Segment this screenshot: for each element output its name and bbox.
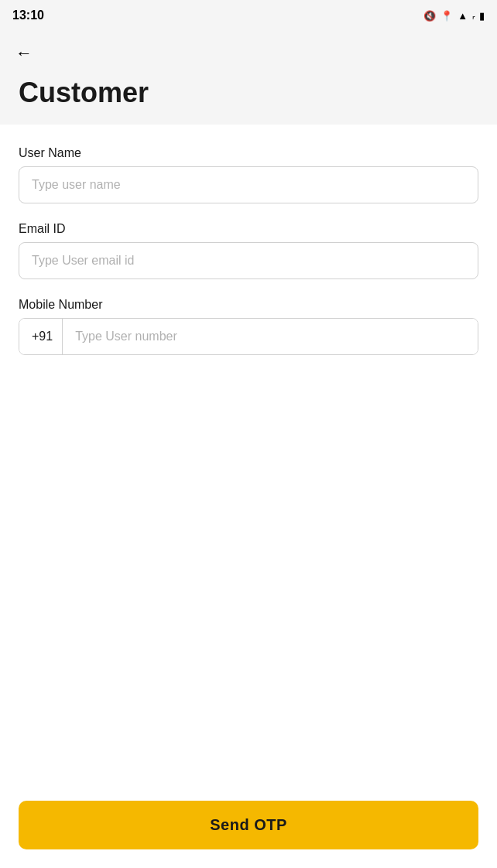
back-arrow-icon: ← [15,43,33,63]
page-title: Customer [19,76,478,109]
status-bar: 13:10 🔇 📍 ▲ ᵣ ▮ [0,0,497,31]
mobile-label: Mobile Number [19,298,478,312]
back-area: ← [0,31,497,73]
wifi-icon: ▲ [458,10,468,22]
battery-icon: ▮ [479,10,485,22]
bottom-area: Send OTP [0,791,497,868]
location-icon: 📍 [440,10,453,22]
mute-icon: 🔇 [423,10,436,22]
email-label: Email ID [19,222,478,236]
send-otp-button[interactable]: Send OTP [19,801,478,849]
back-button[interactable]: ← [12,40,36,67]
email-input[interactable] [19,242,478,279]
phone-prefix: +91 [19,319,63,354]
title-area: Customer [0,73,497,125]
signal-icon: ᵣ [472,10,475,22]
username-input[interactable] [19,166,478,203]
main-content: User Name Email ID Mobile Number +91 [0,125,497,791]
username-label: User Name [19,146,478,160]
spacer [19,374,478,773]
status-icons: 🔇 📍 ▲ ᵣ ▮ [423,10,485,22]
mobile-input[interactable] [63,319,478,354]
status-time: 13:10 [12,9,44,22]
phone-row: +91 [19,318,478,355]
